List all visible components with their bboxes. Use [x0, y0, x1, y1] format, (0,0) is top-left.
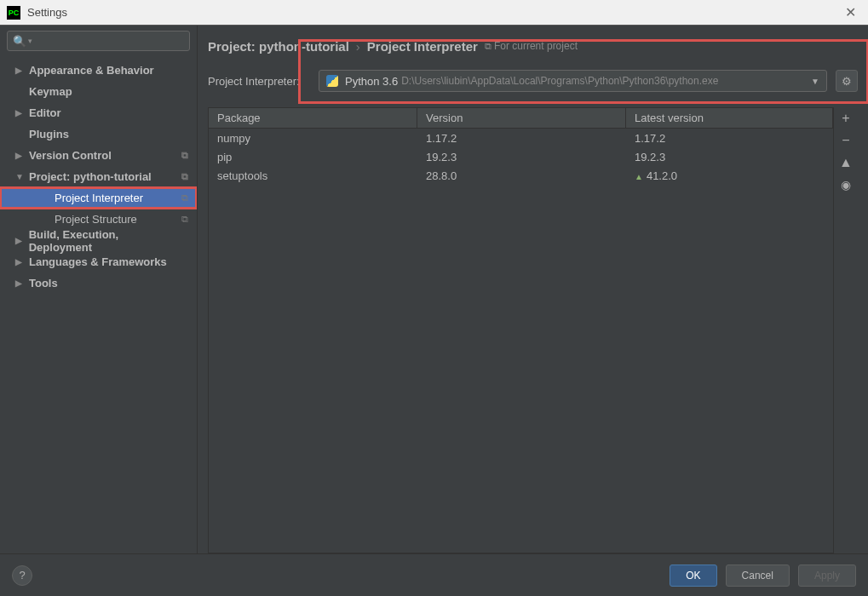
- close-icon[interactable]: ✕: [840, 4, 861, 20]
- header-version[interactable]: Version: [417, 108, 626, 128]
- sidebar-item-version-control[interactable]: ▶Version Control⧉: [0, 145, 197, 166]
- dialog-footer: ? OK Cancel Apply: [0, 553, 868, 596]
- sidebar-item-languages-frameworks[interactable]: ▶Languages & Frameworks: [0, 251, 197, 272]
- show-early-releases-button[interactable]: ◉: [836, 175, 855, 194]
- sidebar-item-editor[interactable]: ▶Editor: [0, 102, 197, 123]
- sidebar-item-label: Appearance & Behavior: [29, 64, 154, 77]
- tree-arrow-icon: ▶: [15, 108, 26, 117]
- breadcrumb: Project: python-tutorial › Project Inter…: [208, 34, 858, 58]
- upgrade-package-button[interactable]: ▲: [836, 153, 855, 172]
- header-package[interactable]: Package: [209, 108, 417, 128]
- cell-package: setuptools: [209, 168, 417, 184]
- cell-version: 1.17.2: [417, 130, 626, 146]
- sidebar-item-label: Project Structure: [55, 213, 137, 226]
- tree-arrow-icon: ▶: [15, 151, 26, 160]
- sidebar-item-label: Version Control: [29, 149, 112, 162]
- packages-table: Package Version Latest version numpy1.17…: [208, 107, 834, 553]
- sidebar-item-label: Tools: [29, 277, 58, 289]
- cell-version: 19.2.3: [417, 149, 626, 165]
- sidebar-item-tools[interactable]: ▶Tools: [0, 272, 197, 294]
- sidebar-item-label: Keymap: [29, 85, 72, 98]
- cell-latest: ▲41.2.0: [626, 168, 833, 184]
- scope-icon: ⧉: [181, 214, 188, 225]
- ok-button[interactable]: OK: [670, 564, 716, 587]
- window-title: Settings: [27, 6, 840, 19]
- table-row[interactable]: pip19.2.319.2.3: [209, 147, 833, 166]
- sidebar-item-label: Project Interpreter: [55, 192, 143, 204]
- cell-version: 28.8.0: [417, 168, 626, 184]
- table-row[interactable]: numpy1.17.21.17.2: [209, 129, 833, 147]
- upgrade-arrow-icon: ▲: [635, 172, 643, 181]
- scope-icon: ⧉: [181, 150, 188, 161]
- sidebar-item-label: Project: python-tutorial: [29, 170, 152, 183]
- tree-arrow-icon: ▶: [15, 66, 26, 75]
- titlebar: PC Settings ✕: [0, 0, 868, 26]
- sidebar-item-label: Build, Execution, Deployment: [29, 228, 181, 254]
- table-row[interactable]: setuptools28.8.0▲41.2.0: [209, 166, 833, 185]
- help-button[interactable]: ?: [12, 565, 32, 586]
- sidebar-item-label: Languages & Frameworks: [29, 255, 167, 268]
- sidebar-item-project-python-tutorial[interactable]: ▼Project: python-tutorial⧉: [0, 166, 197, 187]
- tree-arrow-icon: ▼: [15, 172, 26, 181]
- add-package-button[interactable]: +: [836, 109, 855, 128]
- scope-icon: ⧉: [181, 171, 188, 182]
- breadcrumb-project: Project: python-tutorial: [208, 39, 349, 54]
- tree-arrow-icon: ▶: [15, 257, 26, 266]
- interpreter-path: D:\Users\liubin\AppData\Local\Programs\P…: [401, 75, 718, 87]
- remove-package-button[interactable]: −: [836, 131, 855, 150]
- tree-arrow-icon: ▶: [15, 278, 26, 288]
- scope-icon: ⧉: [181, 192, 188, 203]
- interpreter-name: Python 3.6: [345, 75, 398, 88]
- sidebar-item-label: Editor: [29, 106, 61, 119]
- breadcrumb-separator: ›: [356, 39, 360, 54]
- sidebar-item-keymap[interactable]: Keymap: [0, 81, 197, 102]
- settings-tree: ▶Appearance & BehaviorKeymap▶EditorPlugi…: [0, 56, 197, 297]
- chevron-down-icon: ▼: [811, 77, 819, 86]
- breadcrumb-page: Project Interpreter: [367, 39, 478, 54]
- sidebar-item-label: Plugins: [29, 128, 69, 140]
- packages-toolbar: + − ▲ ◉: [834, 107, 858, 553]
- breadcrumb-hint: For current project: [485, 40, 578, 52]
- sidebar-item-build-execution-deployment[interactable]: ▶Build, Execution, Deployment: [0, 230, 197, 251]
- sidebar-item-appearance-behavior[interactable]: ▶Appearance & Behavior: [0, 60, 197, 81]
- interpreter-label: Project Interpreter:: [208, 75, 310, 88]
- app-icon: PC: [7, 6, 20, 20]
- cell-latest: 19.2.3: [626, 149, 833, 165]
- search-input[interactable]: 🔍 ▾: [7, 31, 190, 51]
- cell-latest: 1.17.2: [626, 130, 833, 146]
- apply-button[interactable]: Apply: [798, 564, 856, 587]
- table-header: Package Version Latest version: [209, 108, 833, 129]
- cell-package: pip: [209, 149, 417, 165]
- tree-arrow-icon: ▶: [15, 236, 26, 245]
- cell-package: numpy: [209, 130, 417, 146]
- python-icon: [326, 75, 338, 87]
- sidebar-item-project-structure[interactable]: Project Structure⧉: [0, 209, 197, 230]
- chevron-down-icon: ▾: [28, 37, 32, 45]
- sidebar: 🔍 ▾ ▶Appearance & BehaviorKeymap▶EditorP…: [0, 26, 198, 553]
- interpreter-dropdown[interactable]: Python 3.6 D:\Users\liubin\AppData\Local…: [319, 70, 827, 92]
- sidebar-item-plugins[interactable]: Plugins: [0, 123, 197, 145]
- search-icon: 🔍: [13, 35, 26, 48]
- sidebar-item-project-interpreter[interactable]: Project Interpreter⧉: [0, 187, 197, 209]
- header-latest[interactable]: Latest version: [626, 108, 833, 128]
- content-panel: Project: python-tutorial › Project Inter…: [198, 26, 868, 553]
- gear-icon[interactable]: ⚙: [836, 70, 858, 92]
- cancel-button[interactable]: Cancel: [726, 564, 790, 587]
